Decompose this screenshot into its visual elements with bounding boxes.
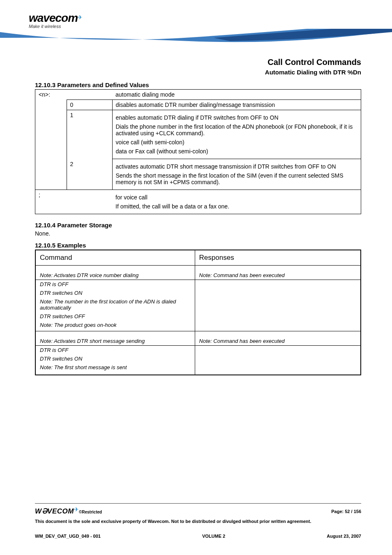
example-command: Note: Activates DTR voice number dialing bbox=[35, 266, 195, 280]
header-swoosh-icon bbox=[0, 29, 392, 53]
logo: wavecom✈ Make it wireless bbox=[29, 12, 83, 29]
example-line: Note: The number in the first location o… bbox=[40, 298, 191, 311]
page-title: Call Control Commands bbox=[35, 58, 361, 67]
example-line: Note: The first short message is sent bbox=[40, 364, 191, 370]
footer-logo: WƏVECOM bbox=[35, 507, 74, 515]
example-response: Note: Command has been executed bbox=[195, 331, 361, 346]
section-examples-heading: 12.10.5 Examples bbox=[35, 242, 361, 249]
example-line: Note: The product goes on-hook bbox=[40, 322, 191, 330]
example-line: DTR switches OFF bbox=[40, 313, 191, 319]
example-line: DTR switches ON bbox=[40, 356, 191, 362]
param-desc-line: Dials the phone number in the first loca… bbox=[116, 123, 358, 136]
page-header: wavecom✈ Make it wireless bbox=[0, 0, 392, 53]
param-desc: activates automatic DTR short message tr… bbox=[112, 159, 361, 190]
table-row: DTR is OFF DTR switches ON Note: The fir… bbox=[35, 346, 361, 375]
param-desc-line: activates automatic DTR short message tr… bbox=[116, 163, 358, 170]
footer-property: This document is the sole and exclusive … bbox=[35, 518, 361, 525]
table-row: <n>: automatic dialing mode bbox=[35, 90, 361, 100]
param-desc-line: If omitted, the call will be a data or a… bbox=[115, 203, 357, 210]
logo-swirl-icon: ✈ bbox=[74, 506, 79, 513]
section-params-heading: 12.10.3 Parameters and Defined Values bbox=[35, 81, 361, 88]
table-row: DTR is OFF DTR switches ON Note: The num… bbox=[35, 280, 361, 331]
table-row: 0 disables automatic DTR number dialing/… bbox=[35, 100, 361, 110]
param-key: ; bbox=[35, 190, 67, 214]
footer-page-num: 52 bbox=[345, 509, 350, 514]
param-key: <n>: bbox=[35, 90, 67, 100]
param-val bbox=[67, 90, 112, 100]
table-header-row: Command Responses bbox=[35, 250, 361, 266]
example-response bbox=[195, 280, 361, 331]
example-line: DTR is OFF bbox=[40, 347, 191, 353]
table-row: Note: Activates DTR short message sendin… bbox=[35, 331, 361, 346]
footer-page: Page: 52 / 156 bbox=[331, 509, 361, 514]
example-command: DTR is OFF DTR switches ON Note: The num… bbox=[35, 280, 195, 331]
page-subtitle: Automatic Dialing with DTR %Dn bbox=[35, 69, 361, 76]
col-command: Command bbox=[35, 250, 195, 266]
storage-body: None. bbox=[35, 230, 361, 237]
param-desc-line: Sends the short message in the first loc… bbox=[116, 172, 358, 185]
param-val: 2 bbox=[67, 159, 112, 190]
example-response bbox=[195, 346, 361, 375]
param-desc: enables automatic DTR dialing if DTR swi… bbox=[112, 110, 361, 159]
footer-volume: VOLUME 2 bbox=[202, 534, 225, 539]
table-row: ; for voice call If omitted, the call wi… bbox=[35, 190, 361, 214]
footer-restricted: ©Restricted bbox=[79, 509, 102, 514]
footer-doc-id: WM_DEV_OAT_UGD_049 - 001 bbox=[35, 534, 101, 539]
parameters-table: <n>: automatic dialing mode 0 disables a… bbox=[35, 89, 361, 214]
param-desc-line: voice call (with semi-colon) bbox=[116, 139, 358, 146]
footer-page-sep: / bbox=[350, 509, 353, 514]
param-desc: disables automatic DTR number dialing/me… bbox=[112, 100, 361, 110]
example-line: DTR is OFF bbox=[40, 281, 191, 287]
example-response: Note: Command has been executed bbox=[195, 266, 361, 280]
footer-page-total: 156 bbox=[354, 509, 361, 514]
example-line: DTR switches ON bbox=[40, 290, 191, 296]
param-desc: automatic dialing mode bbox=[112, 90, 361, 100]
example-command: Note: Activates DTR short message sendin… bbox=[35, 331, 195, 346]
param-desc-line: enables automatic DTR dialing if DTR swi… bbox=[116, 114, 358, 121]
footer-date: August 23, 2007 bbox=[327, 534, 361, 539]
example-command: DTR is OFF DTR switches ON Note: The fir… bbox=[35, 346, 195, 375]
page-content: Call Control Commands Automatic Dialing … bbox=[0, 53, 392, 375]
table-row: 2 activates automatic DTR short message … bbox=[35, 159, 361, 190]
footer-page-label: Page: bbox=[331, 509, 345, 514]
param-desc-line: for voice call bbox=[115, 194, 357, 201]
logo-swirl-icon: ✈ bbox=[78, 14, 83, 21]
col-responses: Responses bbox=[195, 250, 361, 266]
table-row: Note: Activates DTR voice number dialing… bbox=[35, 266, 361, 280]
examples-table: Command Responses Note: Activates DTR vo… bbox=[35, 250, 361, 375]
param-val: 1 bbox=[67, 110, 112, 159]
section-storage-heading: 12.10.4 Parameter Storage bbox=[35, 222, 361, 229]
page-footer: WƏVECOM✈©Restricted Page: 52 / 156 This … bbox=[35, 503, 361, 539]
param-desc: for voice call If omitted, the call will… bbox=[112, 190, 361, 214]
param-val: 0 bbox=[67, 100, 112, 110]
param-desc-line: data or Fax call (without semi-colon) bbox=[116, 148, 358, 155]
table-row: 1 enables automatic DTR dialing if DTR s… bbox=[35, 110, 361, 159]
logo-text: wavecom bbox=[29, 12, 78, 24]
